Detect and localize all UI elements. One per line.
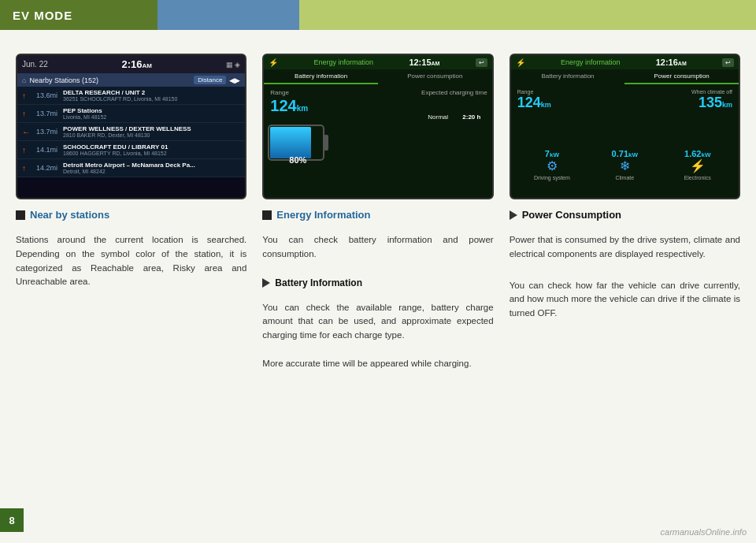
station-row[interactable]: ← 13.7mi POWER WELLNESS / DEXTER WELLNES… (17, 123, 245, 141)
station-row[interactable]: ↑ 14.2mi Detroit Metro Airport – McNamar… (17, 159, 245, 177)
power-tab-power[interactable]: Power consumption (624, 69, 739, 84)
square-bullet-icon (16, 210, 25, 220)
station-address: 2810 BAKER RD, Dexter, MI 48130 (63, 132, 240, 138)
power-item-label: Driving system (516, 175, 588, 180)
climate-off-label: When climate off (691, 89, 732, 95)
station-info: Detroit Metro Airport – McNamara Deck Pa… (63, 162, 240, 174)
battery-display-area: Range 124km (264, 84, 491, 179)
power-heading-text: Power Consumption (522, 209, 621, 221)
power-kw-value: 7kW (516, 149, 588, 158)
energy-info-col: ⚡ Energy information 12:15AM ↩ Battery i… (262, 54, 493, 371)
power-icon-item: 0.71kW ❄ Climate (588, 149, 661, 180)
station-name: SCHOOLCRAFT EDU / LIBRARY 01 (63, 143, 240, 151)
energy-heading-text: Energy Information (276, 209, 370, 221)
distance-button[interactable]: Distance (194, 76, 226, 84)
screen1-icons: ▦ ◈ (226, 61, 241, 69)
energy-tab-bar: Battery information Power consumption (264, 69, 491, 84)
power-kw-unit: kW (701, 151, 710, 158)
station-distance: 13.7mi (36, 128, 58, 136)
station-row[interactable]: ↑ 14.1mi SCHOOLCRAFT EDU / LIBRARY 01 18… (17, 141, 245, 159)
energy-nav-bar: ⚡ Energy information 12:15AM ↩ (264, 55, 491, 69)
nearby-heading-text: Near by stations (30, 209, 109, 221)
station-name: PEP Stations (63, 107, 240, 114)
energy-section-heading: Energy Information (262, 209, 493, 221)
station-name: Detroit Metro Airport – McNamara Deck Pa… (63, 162, 240, 169)
energy-square-bullet-icon (262, 210, 272, 220)
nearby-label: Nearby Stations (152) (29, 76, 191, 84)
station-arrow-icon: ↑ (22, 91, 32, 100)
nav-arrows: ◀▶ (229, 76, 240, 84)
power-item-icon: ⚡ (662, 158, 734, 173)
power-range-label: Range (517, 89, 551, 95)
station-list: ↑ 13.6mi DELTA RESEARCH / UNIT 2 36251 S… (17, 87, 245, 177)
battery-percent: 80% (289, 155, 306, 165)
power-body-text1: Power that is consumed by the drive syst… (510, 233, 740, 262)
energy-nav-title: Energy information (314, 58, 374, 66)
screen1-topbar: ⌂ Nearby Stations (152) Distance ◀▶ (17, 73, 245, 87)
power-nav-title: Energy information (561, 58, 621, 66)
station-info: DELTA RESEARCH / UNIT 2 36251 SCHOOLCRAF… (63, 89, 240, 102)
station-address: Livonia, MI 48152 (63, 114, 240, 120)
nearby-body-text: Stations around the current location is … (16, 233, 246, 289)
station-distance: 14.2mi (36, 164, 58, 172)
station-name: DELTA RESEARCH / UNIT 2 (63, 89, 240, 96)
power-item-label: Climate (588, 175, 661, 180)
station-name: POWER WELLNESS / DEXTER WELLNESS (63, 125, 240, 132)
power-item-label: Electronics (662, 175, 734, 180)
range-value: 124km (270, 97, 308, 115)
battery-body-text1: You can check the available range, batte… (262, 301, 493, 343)
energy-back-button[interactable]: ↩ (476, 58, 487, 67)
screen1-time: 2:16AM (122, 58, 152, 70)
power-kw-value: 1.62kW (662, 149, 734, 158)
station-row[interactable]: ↑ 13.7mi PEP Stations Livonia, MI 48152 (17, 105, 245, 123)
nearby-stations-col: Jun. 22 2:16AM ▦ ◈ ⌂ Nearby Stations (15… (16, 54, 246, 371)
page-number: 8 (0, 508, 24, 532)
climate-off-section: When climate off 135km (691, 89, 732, 111)
station-arrow-icon: ← (22, 128, 32, 136)
power-nav-bar: ⚡ Energy information 12:16AM ↩ (511, 55, 739, 69)
station-address: Detroit, MI 48242 (63, 169, 240, 174)
power-triangle-bullet-icon (510, 210, 517, 220)
range-label: Range (270, 89, 289, 96)
climate-off-value: 135km (691, 95, 732, 111)
station-distance: 13.7mi (36, 110, 58, 117)
header-blue-section (158, 0, 299, 30)
header-green-section: EV MODE (0, 0, 158, 30)
station-distance: 13.6mi (36, 91, 58, 99)
energy-body-text: You can check battery information and po… (262, 233, 493, 262)
power-icon-item: 7kW ⚙ Driving system (516, 149, 588, 180)
nearby-section-heading: Near by stations (16, 209, 246, 221)
power-display-area: Range 124km When climate off 135km 7kW ⚙… (511, 84, 739, 187)
battery-sub-heading: Battery Information (262, 277, 493, 288)
watermark: carmanualsOnline.info (661, 527, 747, 537)
station-arrow-icon: ↑ (22, 146, 32, 154)
charging-info: Expected charging time Normal 2:20 h (421, 89, 487, 121)
power-section-heading: Power Consumption (510, 209, 740, 221)
power-tab-bar: Battery information Power consumption (511, 69, 739, 84)
range-unit: km (297, 104, 308, 113)
station-arrow-icon: ↑ (22, 110, 32, 118)
power-back-button[interactable]: ↩ (722, 58, 734, 67)
screen1-header: Jun. 22 2:16AM ▦ ◈ (17, 55, 245, 73)
station-info: SCHOOLCRAFT EDU / LIBRARY 01 18600 HAGGE… (63, 143, 240, 156)
triangle-bullet-icon (262, 278, 270, 288)
power-tab-battery[interactable]: Battery information (511, 69, 625, 84)
station-row[interactable]: ↑ 13.6mi DELTA RESEARCH / UNIT 2 36251 S… (17, 87, 245, 105)
power-item-icon: ❄ (588, 158, 661, 173)
station-address: 36251 SCHOOLCRAFT RD, Livonia, MI 48150 (63, 96, 240, 102)
power-range-value: 124km (517, 95, 551, 110)
tab-battery-info[interactable]: Battery information (264, 69, 378, 84)
header-bar: EV MODE (0, 0, 756, 30)
tab-power-consumption[interactable]: Power consumption (378, 69, 492, 84)
power-consumption-col: ⚡ Energy information 12:16AM ↩ Battery i… (510, 54, 740, 371)
nearby-stations-screen: Jun. 22 2:16AM ▦ ◈ ⌂ Nearby Stations (15… (16, 54, 246, 199)
power-kw-unit: kW (550, 151, 559, 158)
power-icon-item: 1.62kW ⚡ Electronics (662, 149, 734, 180)
battery-body-text2: More accurate time will be appeared whil… (262, 357, 493, 371)
svg-rect-1 (324, 135, 328, 151)
svg-rect-3 (270, 127, 311, 158)
charging-label: Expected charging time (421, 89, 487, 96)
energy-screen-time: 12:15AM (409, 58, 439, 67)
main-content: Jun. 22 2:16AM ▦ ◈ ⌂ Nearby Stations (15… (0, 30, 756, 387)
station-info: PEP Stations Livonia, MI 48152 (63, 107, 240, 120)
